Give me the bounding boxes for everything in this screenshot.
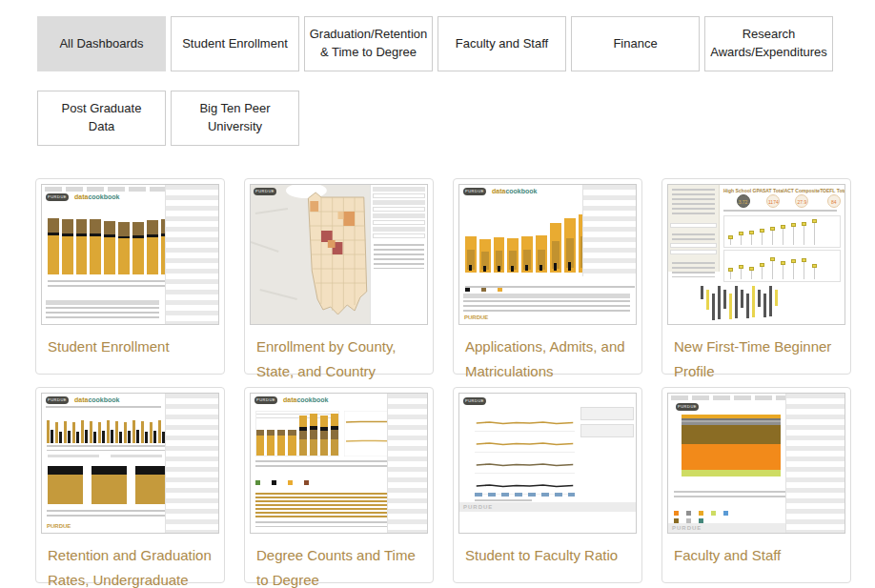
tab-research-awards[interactable]: Research Awards/Expenditures: [704, 16, 833, 71]
boxplot-bar: [701, 286, 703, 299]
black-bar: [128, 431, 131, 443]
tab-finance[interactable]: Finance: [571, 16, 700, 71]
seg: [320, 439, 328, 456]
black-bar: [76, 432, 79, 443]
sparkline: [475, 415, 575, 432]
sparkline: [475, 436, 575, 453]
bar: [310, 412, 317, 456]
bar-gold-segment: [132, 238, 144, 274]
card-title[interactable]: Retention and Graduation Rates, Undergra…: [41, 534, 219, 588]
bar: [521, 236, 533, 273]
card-title[interactable]: Student Enrollment: [41, 325, 219, 359]
bar-pair: [150, 422, 156, 443]
axis-labels: [47, 445, 166, 451]
cohort-square: [48, 466, 83, 504]
tab-big-ten-peer-university[interactable]: Big Ten Peer University: [171, 91, 299, 146]
bar-top-segment: [48, 218, 59, 233]
card-title[interactable]: Degree Counts and Time to Degree: [250, 534, 428, 588]
datacookbook-logo: datacookbook: [492, 188, 537, 195]
tab-student-enrollment[interactable]: Student Enrollment: [171, 16, 299, 71]
seg: [288, 436, 295, 456]
tab-faculty-and-staff[interactable]: Faculty and Staff: [438, 16, 566, 71]
tab-post-graduate-data[interactable]: Post Graduate Data: [37, 91, 166, 146]
black-bar: [51, 430, 53, 443]
filter-sidebar: [582, 185, 636, 276]
degree-list-text: [255, 493, 398, 517]
bar: [479, 239, 491, 273]
bar-pair: [55, 422, 62, 443]
card-title[interactable]: Enrollment by County, State, and Country: [250, 325, 428, 383]
boxplot-bar: [775, 290, 778, 306]
card-faculty-and-staff[interactable]: PURDUE PURDUE Faculty and Staff: [661, 387, 851, 583]
gold-bar: [90, 421, 92, 443]
area-band: [682, 425, 781, 445]
bar-pair: [81, 420, 88, 443]
card-student-enrollment[interactable]: PURDUE datacookbook Student Enrollment: [35, 178, 225, 375]
bar-black-stub: [539, 265, 542, 271]
lollipop-stem: [762, 265, 763, 279]
card-title[interactable]: Faculty and Staff: [667, 534, 845, 568]
gold-bar: [47, 420, 50, 443]
lollipop-marker: [739, 265, 743, 269]
tab-graduation-retention[interactable]: Graduation/Retention & Time to Degree: [304, 16, 433, 71]
seg: [267, 436, 275, 456]
score-lollipop-panel: [723, 250, 841, 282]
lollipop-marker: [791, 259, 796, 263]
lollipop-marker: [802, 222, 806, 226]
lollipop-marker: [781, 225, 785, 229]
card-enrollment-by-county[interactable]: PURDUE: [244, 178, 434, 375]
card-new-beginner-profile[interactable]: High School GPA 3.72 SAT Total 1174 ACT …: [661, 178, 851, 375]
bar-pair: [90, 421, 96, 443]
bar-black-stub: [525, 265, 528, 271]
black-bar: [85, 430, 88, 443]
card-degree-counts[interactable]: PURDUE datacookbook Degree Counts and Ti…: [244, 387, 434, 583]
bar: [267, 412, 275, 456]
retention-paired-bars: [47, 415, 166, 443]
gold-bar: [64, 421, 67, 443]
bar-pair: [98, 422, 105, 443]
lollipop-marker: [728, 268, 733, 272]
thumbnail-beginner-profile: High School GPA 3.72 SAT Total 1174 ACT …: [667, 184, 845, 325]
lollipop-marker: [749, 267, 754, 271]
range-slider: [48, 455, 99, 457]
bar: [132, 222, 144, 274]
boxplot-bar: [746, 294, 749, 318]
card-retention-graduation[interactable]: PURDUE datacookbook PURDUE Retention and…: [35, 387, 225, 583]
sparkline-row: [475, 436, 575, 453]
bar-black-stub: [498, 266, 500, 272]
tab-all-dashboards[interactable]: All Dashboards: [37, 16, 166, 71]
thumbnail-student-enrollment: PURDUE datacookbook: [41, 184, 219, 325]
bar: [277, 412, 285, 456]
bar-pair: [132, 420, 139, 443]
bar: [536, 235, 547, 273]
card-title[interactable]: New First-Time Beginner Profile: [667, 325, 845, 383]
gpa-lollipop-panel: [723, 215, 841, 248]
degree-stacked-bars: [255, 411, 339, 456]
bar-pair: [47, 420, 53, 443]
purdue-logo-pill: PURDUE: [463, 397, 486, 405]
seg: [331, 430, 338, 439]
kpi-high-school-gpa: High School GPA 3.72: [723, 188, 763, 208]
gold-bar: [55, 422, 58, 443]
bar-pair: [64, 421, 71, 443]
card-title[interactable]: Applications, Admits, and Matriculations: [458, 325, 637, 383]
boxplot-bar: [735, 286, 738, 318]
bar-pair: [124, 422, 131, 443]
bar: [90, 219, 101, 274]
bar: [147, 220, 158, 274]
lollipop-stem: [814, 266, 815, 279]
gold-bar: [124, 422, 127, 443]
card-applications-admits[interactable]: PURDUE datacookbook PURDUE Applications,…: [453, 178, 642, 375]
lollipop-stem: [783, 263, 783, 279]
card-title[interactable]: Student to Faculty Ratio: [458, 534, 637, 568]
black-bar: [59, 432, 62, 443]
area-band: [682, 470, 781, 477]
kpi-toefl-total: TOEFL Total 84: [820, 188, 845, 208]
lollipop-marker: [770, 227, 775, 231]
card-student-faculty-ratio[interactable]: PURDUE PURDUE Student to Faculty Ratio: [453, 387, 642, 583]
filter-sidebar: [165, 394, 218, 533]
bar-pair: [107, 420, 113, 443]
seg: [331, 414, 338, 426]
bar: [564, 218, 576, 273]
lollipop-stem: [804, 224, 804, 245]
